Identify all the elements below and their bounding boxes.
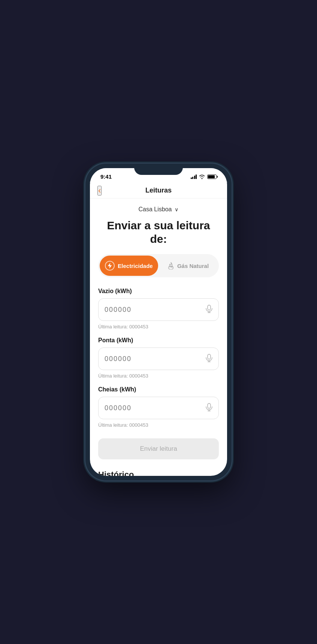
historico-title: Histórico xyxy=(98,470,219,476)
svg-rect-0 xyxy=(208,305,211,310)
vazio-input[interactable] xyxy=(105,306,206,314)
svg-rect-6 xyxy=(208,403,211,408)
wifi-icon xyxy=(199,175,205,179)
vazio-label: Vazio (kWh) xyxy=(98,288,219,295)
bolt-icon xyxy=(105,261,115,271)
page-title: Enviar a sua leitura de: xyxy=(98,219,219,246)
flame-icon xyxy=(167,262,174,269)
phone-frame: 9:41 xyxy=(85,164,232,480)
mic-icon-ponta[interactable] xyxy=(206,354,212,364)
ponta-last-reading: Última leitura: 0000453 xyxy=(98,373,219,379)
header: ‹ Leituras xyxy=(90,183,227,199)
back-button[interactable]: ‹ xyxy=(97,186,102,196)
content-area: ‹ Leituras Casa Lisboa ∨ Enviar a sua le… xyxy=(90,183,227,476)
tab-gas-label: Gás Natural xyxy=(177,263,209,269)
mic-icon-cheias[interactable] xyxy=(206,403,212,413)
notch xyxy=(134,164,183,175)
status-time: 9:41 xyxy=(100,173,112,180)
vazio-last-reading: Última leitura: 0000453 xyxy=(98,324,219,330)
field-vazio: Vazio (kWh) Última leitura: 000 xyxy=(98,288,219,330)
ponta-input[interactable] xyxy=(105,355,206,363)
header-title: Leituras xyxy=(145,187,172,194)
phone-screen: 9:41 xyxy=(90,168,227,476)
battery-icon xyxy=(207,175,217,179)
signal-icon xyxy=(191,175,197,179)
cheias-label: Cheias (kWh) xyxy=(98,386,219,393)
location-name: Casa Lisboa xyxy=(139,206,172,213)
tab-selector: Electricidade Gás Natural xyxy=(98,254,219,277)
status-icons xyxy=(191,175,217,179)
mic-icon-vazio[interactable] xyxy=(206,305,212,315)
cheias-input[interactable] xyxy=(105,404,206,412)
tab-electricidade[interactable]: Electricidade xyxy=(100,256,158,276)
ponta-input-wrapper xyxy=(98,348,219,370)
tab-gas-natural[interactable]: Gás Natural xyxy=(159,256,217,276)
vazio-input-wrapper xyxy=(98,298,219,321)
field-cheias: Cheias (kWh) Última leitura: 00 xyxy=(98,386,219,428)
tab-electricidade-label: Electricidade xyxy=(118,263,153,269)
submit-button[interactable]: Enviar leitura xyxy=(98,438,219,459)
cheias-last-reading: Última leitura: 0000453 xyxy=(98,422,219,428)
field-ponta: Ponta (kWh) Última leitura: 000 xyxy=(98,337,219,379)
main-content: Casa Lisboa ∨ Enviar a sua leitura de: xyxy=(90,199,227,476)
battery-fill xyxy=(208,175,215,178)
cheias-input-wrapper xyxy=(98,397,219,419)
location-selector[interactable]: Casa Lisboa ∨ xyxy=(98,206,219,213)
ponta-label: Ponta (kWh) xyxy=(98,337,219,344)
chevron-down-icon: ∨ xyxy=(175,206,178,212)
svg-rect-3 xyxy=(208,354,211,359)
